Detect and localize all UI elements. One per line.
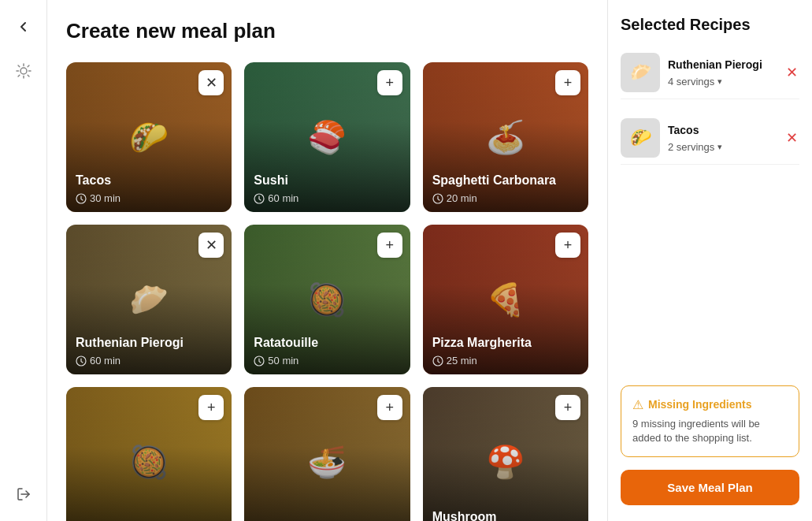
main-content: Create new meal plan 🌮 ✕ Tacos 30 min 🍣 xyxy=(47,0,607,521)
ratatouille-name: Ratatouille xyxy=(254,335,400,350)
ratatouille-info: Ratatouille 50 min xyxy=(254,335,400,367)
clock-icon xyxy=(76,193,87,204)
remove-tacos-button[interactable]: ✕ xyxy=(198,70,224,95)
recipe-card-pizza[interactable]: 🍕 + Pizza Margherita 25 min xyxy=(423,225,588,374)
add-pizza-button[interactable]: + xyxy=(555,233,580,258)
svg-line-6 xyxy=(28,75,29,76)
sushi-name: Sushi xyxy=(254,173,400,188)
pierogi-servings: 4 servings xyxy=(668,76,714,87)
tacos-time: 30 min xyxy=(76,192,222,204)
pierogi-duration: 60 min xyxy=(90,355,121,367)
tacos-servings: 2 servings xyxy=(668,141,714,153)
sushi-info: Sushi 60 min xyxy=(254,173,400,204)
add-paella-button[interactable]: + xyxy=(198,395,224,420)
tacos-details: Tacos 2 servings ▾ xyxy=(668,123,777,152)
pierogi-details: Ruthenian Pierogi 4 servings ▾ xyxy=(668,58,777,87)
page-title: Create new meal plan xyxy=(66,19,588,43)
tacos-name: Tacos xyxy=(76,173,222,188)
pizza-info: Pizza Margherita 25 min xyxy=(432,335,579,367)
right-panel: Selected Recipes 🥟 Ruthenian Pierogi 4 s… xyxy=(607,0,812,521)
left-sidebar xyxy=(0,0,47,521)
sushi-duration: 60 min xyxy=(268,192,298,204)
spaghetti-time: 20 min xyxy=(432,192,579,204)
selected-pierogi-name: Ruthenian Pierogi xyxy=(668,58,777,72)
logout-icon[interactable] xyxy=(9,480,38,508)
clock-icon xyxy=(432,355,443,367)
tacos-info: Tacos 30 min xyxy=(76,173,222,204)
recipe-card-pierogi[interactable]: 🥟 ✕ Ruthenian Pierogi 60 min xyxy=(66,225,232,374)
remove-pierogi-selected-button[interactable]: ✕ xyxy=(784,62,799,83)
spaghetti-info: Spaghetti Carbonara 20 min xyxy=(432,173,579,204)
tacos-thumb: 🌮 xyxy=(621,118,660,158)
missing-header: ⚠ Missing Ingredients xyxy=(632,397,788,412)
add-spaghetti-button[interactable]: + xyxy=(555,70,580,95)
svg-line-5 xyxy=(18,65,20,67)
spaghetti-name: Spaghetti Carbonara xyxy=(432,173,579,188)
pizza-name: Pizza Margherita xyxy=(432,335,579,350)
clock-icon xyxy=(76,355,87,367)
svg-line-8 xyxy=(18,75,20,76)
save-meal-plan-button[interactable]: Save Meal Plan xyxy=(621,470,799,505)
pizza-duration: 25 min xyxy=(447,355,477,367)
missing-ingredients-box: ⚠ Missing Ingredients 9 missing ingredie… xyxy=(621,385,799,457)
selected-tacos-name: Tacos xyxy=(668,123,777,137)
spaghetti-duration: 20 min xyxy=(447,192,477,204)
add-ratatouille-button[interactable]: + xyxy=(377,233,402,258)
pierogi-info: Ruthenian Pierogi 60 min xyxy=(76,335,222,367)
recipe-card-ratatouille[interactable]: 🥘 + Ratatouille 50 min xyxy=(244,225,410,374)
tacos-duration: 30 min xyxy=(90,192,121,204)
tacos-servings-chevron[interactable]: ▾ xyxy=(717,142,722,152)
ratatouille-duration: 50 min xyxy=(268,355,298,367)
add-sushi-button[interactable]: + xyxy=(377,70,402,95)
pierogi-name: Ruthenian Pierogi xyxy=(76,335,222,350)
add-pad-thai-button[interactable]: + xyxy=(377,395,402,420)
add-mushroom-button[interactable]: + xyxy=(555,395,580,420)
recipe-card-paella[interactable]: 🥘 + xyxy=(66,387,232,521)
ratatouille-time: 50 min xyxy=(254,355,400,367)
pierogi-servings-chevron[interactable]: ▾ xyxy=(717,76,722,87)
clock-icon xyxy=(254,193,265,204)
recipe-card-tacos[interactable]: 🌮 ✕ Tacos 30 min xyxy=(66,62,232,212)
pizza-time: 25 min xyxy=(432,355,579,367)
tacos-servings-row[interactable]: 2 servings ▾ xyxy=(668,141,777,153)
recipe-card-pad-thai[interactable]: 🍜 + xyxy=(244,387,410,521)
selected-recipe-pierogi: 🥟 Ruthenian Pierogi 4 servings ▾ ✕ xyxy=(621,47,799,99)
panel-title: Selected Recipes xyxy=(621,16,799,34)
mushroom-info: Mushroom xyxy=(432,509,579,521)
remove-tacos-selected-button[interactable]: ✕ xyxy=(784,128,799,148)
recipe-grid: 🌮 ✕ Tacos 30 min 🍣 + Sushi xyxy=(66,62,588,521)
clock-icon xyxy=(432,193,443,204)
sushi-time: 60 min xyxy=(254,192,400,204)
recipe-card-spaghetti[interactable]: 🍝 + Spaghetti Carbonara 20 min xyxy=(423,62,588,212)
warning-icon: ⚠ xyxy=(632,397,643,412)
pierogi-servings-row[interactable]: 4 servings ▾ xyxy=(668,76,777,87)
mushroom-name: Mushroom xyxy=(432,509,579,521)
svg-point-0 xyxy=(20,68,27,74)
recipe-card-sushi[interactable]: 🍣 + Sushi 60 min xyxy=(244,62,410,212)
pierogi-time: 60 min xyxy=(76,355,222,367)
remove-pierogi-button[interactable]: ✕ xyxy=(198,233,224,258)
selected-recipe-tacos: 🌮 Tacos 2 servings ▾ ✕ xyxy=(621,112,799,165)
sun-icon xyxy=(9,57,38,85)
svg-line-7 xyxy=(28,65,29,67)
clock-icon xyxy=(254,355,265,367)
missing-desc: 9 missing ingredients will be added to t… xyxy=(632,417,788,445)
recipe-card-mushroom[interactable]: 🍄 + Mushroom xyxy=(423,387,588,521)
back-button[interactable] xyxy=(9,13,38,41)
pierogi-thumb: 🥟 xyxy=(621,53,660,92)
missing-title: Missing Ingredients xyxy=(648,398,751,411)
